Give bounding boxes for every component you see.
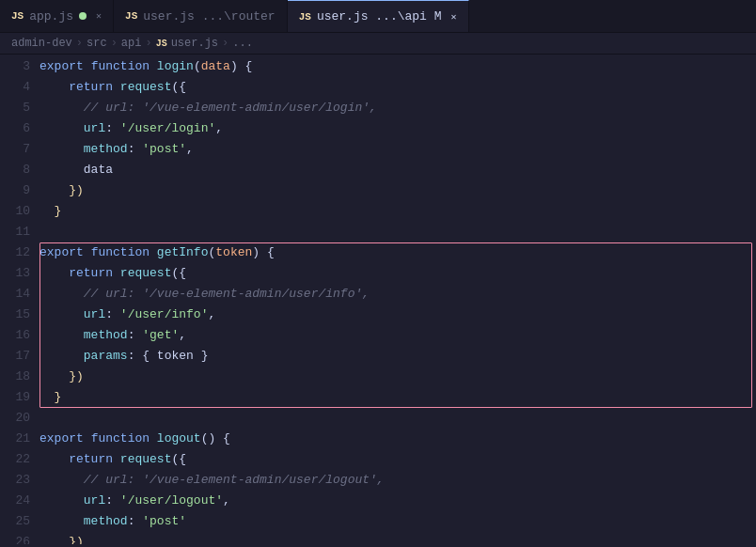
code-line: 26 }) xyxy=(0,532,756,544)
line-number: 23 xyxy=(0,470,39,491)
code-line: 23 // url: '/vue-element-admin/user/logo… xyxy=(0,470,756,491)
js-icon-small: JS xyxy=(156,39,167,49)
line-code: } xyxy=(39,201,756,222)
token-obj-key: method xyxy=(84,328,128,342)
token-kw: export xyxy=(39,245,84,259)
token-kw: function xyxy=(91,59,150,73)
token-kw: export xyxy=(39,59,84,73)
token-fn: request xyxy=(120,80,172,94)
token-yellow: }) xyxy=(69,369,84,383)
line-number: 3 xyxy=(0,56,39,77)
line-code: params: { token } xyxy=(39,346,756,367)
token-plain: : xyxy=(128,514,143,528)
tab-label: user.js ...\api M xyxy=(317,9,442,23)
token-plain xyxy=(39,266,69,280)
token-plain: ({ xyxy=(171,452,186,466)
token-plain xyxy=(39,183,69,197)
token-plain: , xyxy=(223,493,230,508)
token-yellow: }) xyxy=(69,183,84,197)
line-code: return request({ xyxy=(39,263,756,284)
token-plain: : xyxy=(105,493,120,508)
token-plain xyxy=(39,473,84,487)
token-yellow: } xyxy=(55,390,62,404)
line-code xyxy=(39,408,756,429)
line-number: 6 xyxy=(0,118,39,139)
token-plain xyxy=(84,245,91,259)
tab-user-js-router[interactable]: JSuser.js ...\router xyxy=(114,0,288,32)
code-line: 24 url: '/user/logout', xyxy=(0,491,756,511)
token-obj-key: url xyxy=(84,493,105,508)
line-number: 11 xyxy=(0,222,39,242)
breadcrumb-separator: › xyxy=(76,37,83,50)
code-line: 15 url: '/user/info', xyxy=(0,305,756,325)
line-number: 24 xyxy=(0,491,39,511)
token-plain xyxy=(39,204,55,218)
token-plain xyxy=(39,142,84,156)
line-number: 10 xyxy=(0,201,39,222)
line-code: url: '/user/logout', xyxy=(39,491,756,511)
token-plain: , xyxy=(179,328,186,342)
token-fn: logout xyxy=(157,431,201,445)
token-param: token xyxy=(215,245,252,259)
line-code: // url: '/vue-element-admin/user/info', xyxy=(39,284,756,305)
token-kw: return xyxy=(69,266,113,280)
line-code: // url: '/vue-element-admin/user/login', xyxy=(39,98,756,118)
tab-app-js[interactable]: JSapp.js✕ xyxy=(0,0,114,32)
code-line: 12export function getInfo(token) { xyxy=(0,242,756,263)
token-plain xyxy=(113,266,120,280)
breadcrumb-item: src xyxy=(87,37,107,50)
tab-user-js-api[interactable]: JSuser.js ...\api M✕ xyxy=(288,0,469,32)
token-plain: , xyxy=(186,142,194,156)
code-line: 4 return request({ xyxy=(0,77,756,98)
line-number: 20 xyxy=(0,408,39,429)
line-code: return request({ xyxy=(39,449,756,470)
token-plain: : { xyxy=(128,349,157,363)
token-kw: return xyxy=(69,452,113,466)
line-code: export function logout() { xyxy=(39,429,756,449)
token-kw: return xyxy=(69,80,113,94)
token-plain: : xyxy=(128,142,143,156)
token-obj-key: params xyxy=(84,349,128,363)
token-plain xyxy=(39,535,69,544)
code-line: 17 params: { token } xyxy=(0,346,756,367)
token-plain: ({ xyxy=(171,80,186,94)
token-plain: () { xyxy=(201,431,230,445)
token-plain: ({ xyxy=(171,266,186,280)
line-number: 15 xyxy=(0,305,39,325)
token-plain xyxy=(39,307,84,321)
token-plain: data xyxy=(84,163,113,177)
token-plain: token xyxy=(157,349,194,363)
token-str: 'post' xyxy=(142,514,186,528)
line-number: 26 xyxy=(0,532,39,544)
token-cmt: // url: '/vue-element-admin/user/info', xyxy=(84,287,370,301)
code-line: 18 }) xyxy=(0,367,756,387)
token-plain: : xyxy=(105,121,120,135)
token-plain xyxy=(39,328,84,342)
line-code: export function getInfo(token) { xyxy=(39,242,756,263)
token-plain: ) { xyxy=(230,59,252,73)
token-fn: login xyxy=(157,59,194,73)
line-code: data xyxy=(39,160,756,180)
code-line: 10 } xyxy=(0,201,756,222)
token-plain xyxy=(39,287,84,301)
js-icon: JS xyxy=(125,10,137,22)
code-line: 14 // url: '/vue-element-admin/user/info… xyxy=(0,284,756,305)
js-icon: JS xyxy=(299,11,311,23)
line-code: }) xyxy=(39,180,756,201)
line-number: 9 xyxy=(0,180,39,201)
code-line: 25 method: 'post' xyxy=(0,511,756,532)
token-plain xyxy=(39,452,69,466)
line-code: return request({ xyxy=(39,77,756,98)
code-line: 19 } xyxy=(0,387,756,408)
token-kw: function xyxy=(91,245,150,259)
token-plain xyxy=(84,431,91,445)
tab-close-button[interactable]: ✕ xyxy=(96,10,102,22)
token-plain xyxy=(39,121,84,135)
editor-area: 3export function login(data) {4 return r… xyxy=(0,55,756,544)
token-plain xyxy=(39,369,69,383)
token-plain xyxy=(39,390,55,404)
tab-label: user.js ...\router xyxy=(143,9,275,23)
line-code: }) xyxy=(39,367,756,387)
tab-close-button[interactable]: ✕ xyxy=(451,11,457,23)
token-plain xyxy=(150,59,157,73)
